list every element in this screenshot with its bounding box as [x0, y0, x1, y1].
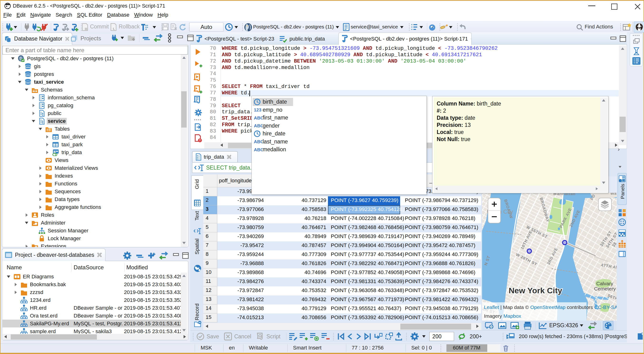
- svg-text:Calvary: Calvary: [596, 281, 613, 286]
- svg-text:New York City: New York City: [509, 286, 562, 295]
- svg-text:ABC: ABC: [254, 116, 263, 120]
- svg-text:Imagery Mapbox: Imagery Mapbox: [484, 313, 521, 319]
- svg-text:Leaflet | Map data © OpenStree: Leaflet | Map data © OpenStreetMap contr…: [484, 304, 617, 310]
- svg-text:ABC: ABC: [254, 147, 263, 152]
- svg-text:Manhattan: Manhattan: [553, 193, 576, 196]
- svg-text:Wards: Wards: [610, 193, 617, 196]
- svg-text:ABC: ABC: [254, 123, 263, 128]
- svg-text:123: 123: [254, 107, 262, 112]
- svg-text:ABC: ABC: [254, 139, 263, 144]
- svg-text:Cemetery: Cemetery: [594, 286, 616, 291]
